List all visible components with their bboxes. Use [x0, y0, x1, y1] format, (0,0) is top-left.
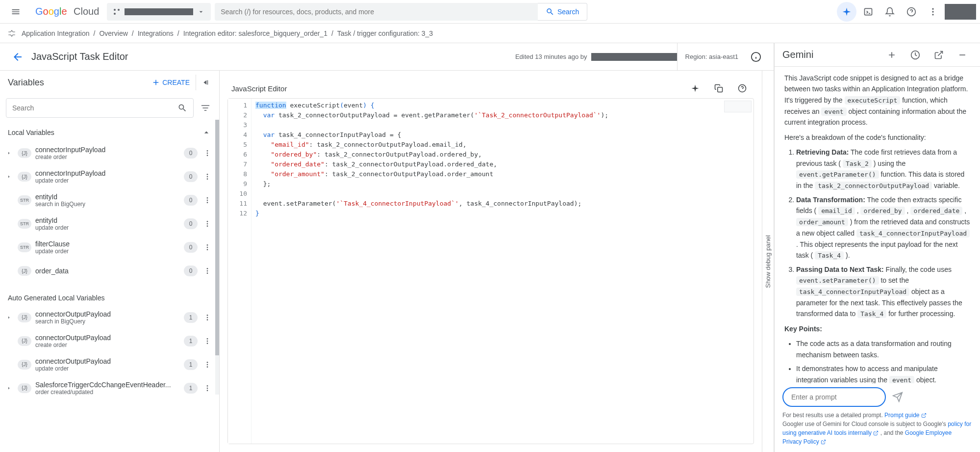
prompt-guide-link[interactable]: Prompt guide: [884, 412, 927, 419]
variable-item[interactable]: {J} connectorOutputPayloadupdate order 1: [0, 353, 219, 376]
variable-item[interactable]: {J} connectorOutputPayloadcreate order 1: [0, 329, 219, 353]
project-name-redacted: [125, 8, 193, 15]
new-chat-icon[interactable]: [882, 45, 902, 65]
auto-variables-section[interactable]: Auto Generated Local Variables: [0, 288, 219, 306]
page-title: JavaScript Task Editor: [31, 51, 128, 62]
svg-rect-46: [718, 87, 723, 92]
more-icon[interactable]: [201, 265, 213, 277]
create-variable-button[interactable]: CREATE: [151, 78, 190, 87]
more-icon[interactable]: [201, 241, 213, 253]
local-variables-section[interactable]: Local Variables: [0, 122, 219, 141]
variable-item[interactable]: STR entityIdupdate order 0: [0, 212, 219, 236]
svg-point-27: [207, 272, 208, 274]
variable-item[interactable]: {J} connectorInputPayloadupdate order 0: [0, 165, 219, 188]
prompt-input-box[interactable]: [782, 387, 886, 407]
search-input[interactable]: [221, 8, 534, 16]
svg-point-15: [207, 178, 208, 180]
debug-panel-tab[interactable]: Show debug panel: [762, 71, 774, 452]
notifications-icon[interactable]: [880, 2, 900, 22]
search-button[interactable]: Search: [538, 3, 587, 21]
more-icon[interactable]: [201, 194, 213, 206]
svg-point-26: [207, 270, 208, 272]
minimize-icon[interactable]: [953, 45, 972, 65]
account-avatar[interactable]: [945, 4, 976, 20]
logo-text: Cloud: [74, 6, 99, 17]
variable-item[interactable]: {J} connectorInputPayloadcreate order 0: [0, 141, 219, 165]
editor-header: JavaScript Task Editor Edited 13 minutes…: [0, 43, 774, 71]
breadcrumb-item[interactable]: Task / trigger configuration: 3_3: [337, 29, 433, 37]
breadcrumb-item[interactable]: Application Integration: [22, 29, 90, 37]
code-minimap[interactable]: [724, 101, 752, 112]
variable-search-input[interactable]: [12, 104, 177, 112]
more-icon[interactable]: [201, 359, 213, 371]
variables-title: Variables: [8, 78, 44, 88]
gemini-star-icon[interactable]: [837, 2, 856, 22]
project-selector[interactable]: [107, 3, 211, 21]
more-icon[interactable]: [923, 2, 943, 22]
variable-item[interactable]: {J} SalesforceTriggerCdcChangeEventHeade…: [0, 376, 219, 400]
gemini-title: Gemini: [782, 49, 813, 60]
more-icon[interactable]: [201, 335, 213, 347]
code-editor-panel: JavaScript Editor 123456789101112 functi…: [220, 71, 762, 452]
svg-point-7: [932, 11, 933, 12]
svg-point-45: [207, 390, 208, 391]
svg-point-37: [207, 338, 208, 340]
variable-item[interactable]: STR order_id 0: [0, 283, 219, 288]
send-button[interactable]: [890, 389, 905, 405]
variable-search[interactable]: [6, 98, 194, 118]
copy-icon[interactable]: [711, 80, 727, 96]
svg-point-8: [932, 14, 933, 15]
more-icon[interactable]: [201, 218, 213, 230]
svg-point-17: [207, 200, 208, 201]
code-editor[interactable]: 123456789101112 function executeScript(e…: [227, 98, 754, 444]
svg-point-19: [207, 221, 208, 222]
more-icon[interactable]: [201, 171, 213, 183]
svg-point-14: [207, 176, 208, 178]
integration-icon[interactable]: [6, 27, 18, 39]
svg-text:Google: Google: [35, 6, 67, 17]
google-cloud-logo[interactable]: Google Cloud: [31, 6, 103, 18]
search-bar[interactable]: [215, 3, 540, 21]
prompt-input[interactable]: [791, 393, 877, 401]
gemini-response: This JavaScript code snippet is designed…: [775, 67, 980, 383]
breadcrumb-item[interactable]: Integrations: [138, 29, 174, 37]
svg-point-21: [207, 225, 208, 227]
scrollbar[interactable]: [215, 120, 219, 395]
svg-point-38: [207, 340, 208, 342]
help-icon[interactable]: [734, 80, 750, 96]
info-icon[interactable]: [746, 47, 766, 67]
svg-point-2: [118, 9, 120, 11]
variable-item[interactable]: {J} order_data 0: [0, 259, 219, 283]
variable-item[interactable]: {J} connectorOutputPayloadsearch in BigQ…: [0, 306, 219, 329]
help-icon[interactable]: [902, 2, 921, 22]
history-icon[interactable]: [905, 45, 925, 65]
more-icon[interactable]: [201, 382, 213, 394]
code-editor-title: JavaScript Editor: [231, 84, 287, 93]
search-icon: [177, 103, 187, 113]
collapse-panel-button[interactable]: [196, 75, 211, 90]
svg-point-43: [207, 385, 208, 387]
svg-point-40: [207, 362, 208, 363]
svg-point-10: [207, 150, 208, 152]
svg-rect-4: [865, 8, 872, 15]
more-icon[interactable]: [201, 147, 213, 159]
more-icon[interactable]: [201, 312, 213, 323]
variable-item[interactable]: STR entityIdsearch in BigQuery 0: [0, 188, 219, 212]
svg-point-23: [207, 247, 208, 248]
breadcrumb-item[interactable]: Overview: [99, 29, 127, 37]
breadcrumb-item[interactable]: Integration editor: salesforce_bigquery_…: [183, 29, 327, 37]
svg-point-6: [932, 8, 933, 9]
svg-point-39: [207, 343, 208, 344]
svg-point-1: [114, 9, 116, 11]
svg-point-16: [207, 197, 208, 199]
ai-suggest-icon[interactable]: [687, 80, 703, 96]
back-button[interactable]: [8, 47, 27, 67]
filter-button[interactable]: [198, 100, 213, 116]
open-external-icon[interactable]: [929, 45, 949, 65]
menu-icon[interactable]: [4, 0, 27, 24]
breadcrumb: Application Integration / Overview / Int…: [0, 24, 980, 43]
variable-item[interactable]: STR filterClauseupdate order 0: [0, 236, 219, 259]
svg-point-42: [207, 366, 208, 368]
terminal-icon[interactable]: [858, 2, 878, 22]
svg-point-20: [207, 223, 208, 225]
